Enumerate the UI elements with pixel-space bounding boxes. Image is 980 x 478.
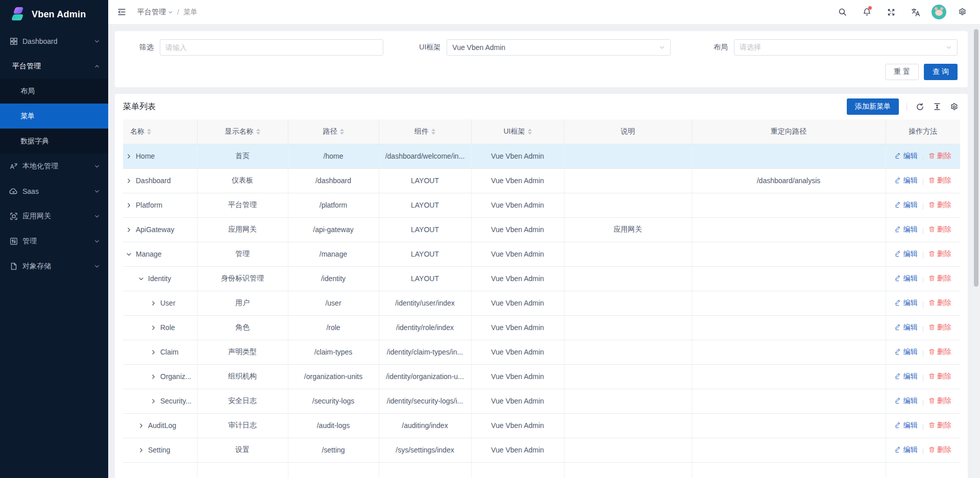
- edit-button[interactable]: 编辑: [895, 347, 918, 357]
- sort-icon[interactable]: [147, 129, 151, 135]
- expand-icon[interactable]: [151, 325, 156, 331]
- delete-button[interactable]: 删除: [928, 176, 951, 185]
- delete-button[interactable]: 删除: [928, 421, 951, 430]
- edit-button[interactable]: 编辑: [895, 200, 918, 210]
- sidebar-item-menu[interactable]: 菜单: [0, 104, 108, 129]
- expand-icon[interactable]: [126, 203, 132, 208]
- collapse-sidebar-icon[interactable]: [115, 6, 128, 18]
- edit-button[interactable]: 编辑: [895, 176, 918, 185]
- column-header[interactable]: UI框架: [471, 119, 564, 144]
- column-header: 重定向路径: [692, 119, 886, 144]
- add-menu-button[interactable]: 添加新菜单: [847, 98, 899, 115]
- column-header[interactable]: 显示名称: [197, 119, 288, 144]
- sidebar-item-saas[interactable]: Saas: [0, 179, 108, 204]
- topbar: 平台管理/菜单: [108, 0, 980, 24]
- cell-actions: 编辑删除: [886, 413, 960, 438]
- pencil-icon: [895, 446, 901, 453]
- expand-icon[interactable]: [138, 423, 144, 429]
- delete-button[interactable]: 删除: [928, 249, 951, 259]
- expand-icon[interactable]: [126, 178, 132, 184]
- cell-description: [564, 291, 692, 315]
- cell-ui-framework: Vue Vben Admin: [471, 266, 564, 291]
- sidebar-item-app-gateway[interactable]: 应用网关: [0, 204, 108, 229]
- delete-button[interactable]: 删除: [928, 200, 951, 210]
- scrollbar-thumb[interactable]: [974, 29, 978, 287]
- breadcrumb-item[interactable]: 平台管理: [137, 8, 173, 17]
- sort-icon[interactable]: [340, 129, 344, 135]
- reset-button[interactable]: 重 置: [885, 64, 919, 80]
- sidebar-item-localization[interactable]: 本地化管理: [0, 154, 108, 179]
- sort-icon[interactable]: [256, 129, 260, 135]
- page-scrollbar[interactable]: [972, 24, 980, 478]
- chevron-down-icon: [94, 163, 100, 169]
- column-settings-gear-icon[interactable]: [949, 102, 960, 112]
- delete-button[interactable]: 删除: [928, 298, 951, 308]
- ui-framework-select[interactable]: Vue Vben Admin: [447, 39, 670, 56]
- edit-button[interactable]: 编辑: [895, 298, 918, 308]
- table-row: User用户/user/identity/user/indexVue Vben …: [123, 291, 960, 315]
- row-height-icon[interactable]: [932, 102, 942, 112]
- notification-bell-icon[interactable]: [858, 4, 875, 21]
- sort-icon[interactable]: [431, 129, 435, 135]
- expand-icon[interactable]: [151, 300, 156, 306]
- sidebar-item-dashboard[interactable]: Dashboard: [0, 29, 108, 54]
- expand-icon[interactable]: [138, 447, 144, 453]
- cell-component: /auditing/index: [379, 413, 471, 438]
- avatar[interactable]: [932, 5, 946, 19]
- edit-button[interactable]: 编辑: [895, 372, 918, 381]
- edit-label: 编辑: [903, 176, 918, 185]
- expand-icon[interactable]: [151, 349, 156, 355]
- chevron-down-icon: [659, 44, 665, 51]
- settings-gear-icon[interactable]: [953, 4, 971, 21]
- cell-description: [564, 266, 692, 291]
- expand-icon[interactable]: [151, 374, 156, 380]
- edit-button[interactable]: 编辑: [895, 445, 918, 455]
- search-button[interactable]: 查 询: [924, 64, 958, 80]
- sidebar-item-layout[interactable]: 布局: [0, 79, 108, 104]
- sidebar-item-object-storage[interactable]: 对象存储: [0, 254, 108, 279]
- search-icon[interactable]: [834, 4, 851, 21]
- sidebar-item-data-dictionary[interactable]: 数据字典: [0, 129, 108, 154]
- layout-select[interactable]: 请选择: [734, 39, 958, 56]
- sidebar-item-platform-management[interactable]: 平台管理: [0, 54, 108, 79]
- expand-icon[interactable]: [151, 398, 156, 404]
- filter-input[interactable]: [160, 39, 383, 56]
- delete-button[interactable]: 删除: [928, 274, 951, 283]
- refresh-icon[interactable]: [915, 102, 925, 112]
- breadcrumb-item[interactable]: 菜单: [183, 8, 198, 17]
- collapse-icon[interactable]: [126, 251, 132, 257]
- cell-description: [564, 315, 692, 340]
- delete-button[interactable]: 删除: [928, 152, 951, 161]
- edit-button[interactable]: 编辑: [895, 225, 918, 234]
- edit-button[interactable]: 编辑: [895, 396, 918, 406]
- translate-icon[interactable]: [907, 4, 924, 21]
- edit-button[interactable]: 编辑: [895, 152, 918, 161]
- delete-button[interactable]: 删除: [928, 396, 951, 406]
- column-header[interactable]: 组件: [379, 119, 471, 144]
- delete-button[interactable]: 删除: [928, 445, 951, 455]
- cell-actions: 编辑删除: [886, 364, 960, 389]
- delete-button[interactable]: 删除: [928, 323, 951, 332]
- table-row: AuditLog审计日志/audit-logs/auditing/indexVu…: [123, 413, 960, 438]
- cell-empty: [123, 462, 197, 478]
- fullscreen-icon[interactable]: [883, 4, 900, 21]
- delete-button[interactable]: 删除: [928, 372, 951, 381]
- trash-icon: [928, 446, 935, 453]
- column-header[interactable]: 路径: [288, 119, 379, 144]
- delete-button[interactable]: 删除: [928, 225, 951, 234]
- edit-button[interactable]: 编辑: [895, 421, 918, 430]
- column-header[interactable]: 名称: [123, 119, 197, 144]
- sidebar-item-manage[interactable]: 管理: [0, 229, 108, 254]
- sort-icon[interactable]: [528, 129, 532, 135]
- expand-icon[interactable]: [126, 154, 132, 159]
- edit-button[interactable]: 编辑: [895, 249, 918, 259]
- edit-button[interactable]: 编辑: [895, 274, 918, 283]
- action-divider: [923, 375, 923, 381]
- collapse-icon[interactable]: [138, 276, 144, 282]
- cell-component: /identity/security-logs/i...: [379, 389, 471, 413]
- row-name: ApiGateway: [136, 225, 174, 234]
- delete-button[interactable]: 删除: [928, 347, 951, 357]
- app-logo[interactable]: Vben Admin: [0, 0, 108, 29]
- expand-icon[interactable]: [126, 227, 132, 233]
- edit-button[interactable]: 编辑: [895, 323, 918, 332]
